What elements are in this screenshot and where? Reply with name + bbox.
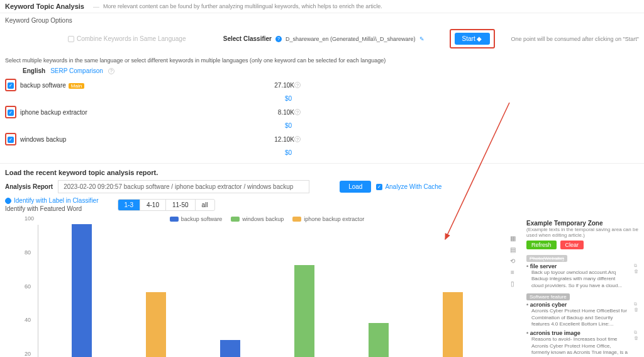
y-tick: 20 (25, 351, 31, 357)
refresh-button[interactable]: Refresh (526, 241, 557, 249)
chart-toolbar: ▦ ▤ ⟲ ≡ ▯ (509, 235, 516, 288)
legend-swatch (231, 217, 240, 222)
bar[interactable] (443, 292, 463, 357)
start-button[interactable]: Start ◆ (455, 33, 490, 45)
keyword-checkbox-highlight: ✓ (5, 106, 16, 118)
segment-1-3[interactable]: 1-3 (118, 200, 140, 210)
legend-item[interactable]: windows backup (231, 216, 284, 222)
radio-icon (5, 198, 11, 204)
temp-zone-subtitle: (Example texts in the temporal saving ar… (526, 227, 639, 238)
report-heading: Load the recent keyword topic analysis r… (5, 169, 639, 176)
bar-icon[interactable]: ▯ (509, 280, 516, 288)
temp-zone-title: Example Temporary Zone (526, 220, 639, 227)
delete-icon[interactable]: 🗑 (634, 269, 639, 274)
y-tick: 80 (25, 249, 31, 256)
help-icon[interactable]: ? (294, 136, 301, 142)
language-name: English (23, 67, 45, 74)
range-segments: 1-34-1011-50all (118, 199, 215, 211)
language-block: English SERP Comparison ? ✓ backup softw… (0, 67, 644, 158)
options-label: Keyword Group Options (5, 17, 639, 24)
bar[interactable] (220, 340, 240, 357)
edit-classifier-icon[interactable]: ✎ (419, 36, 425, 42)
keyword-row: ✓ backup softwareMain 27.10K ? (5, 77, 301, 93)
item-title[interactable]: acronis cyber (526, 302, 628, 308)
report-label: Analysis Report (5, 183, 53, 190)
keyword-checkbox[interactable]: ✓ (8, 137, 14, 143)
copy-icon[interactable]: ⧉ (634, 263, 639, 268)
page-header: Keyword Topic Analysis — More relevant c… (0, 0, 644, 13)
keyword-name: iphone backup extractor (20, 109, 257, 116)
bar-group (434, 292, 472, 357)
combine-keywords-checkbox[interactable]: Combine Keywords in Same Language (68, 35, 186, 42)
copy-icon[interactable]: ⧉ (634, 302, 639, 307)
report-section: Load the recent keyword topic analysis r… (0, 169, 644, 193)
segment-all[interactable]: all (196, 200, 214, 210)
y-tick: 40 (25, 317, 31, 323)
identify-label-classifier[interactable]: Identify with Label in Classifier (5, 197, 99, 204)
identify-featured-word[interactable]: Identify with Featured Word (5, 205, 99, 212)
keyword-volume: 8.10K (257, 109, 294, 116)
legend-item[interactable]: backup software (170, 216, 223, 222)
item-description: Reasons to avoid- Increases boot time Ac… (526, 336, 628, 357)
category-tag[interactable]: Software feature (526, 293, 570, 300)
start-highlight: Start ◆ (450, 29, 495, 48)
line-icon[interactable]: ≡ (509, 269, 516, 276)
classifier-value: D_shareware_en (Generated_Milla\\_D_shar… (286, 36, 416, 42)
data-view-icon[interactable]: ▤ (509, 246, 516, 254)
save-image-icon[interactable]: ▦ (509, 235, 516, 242)
keyword-row: ✓ iphone backup extractor 8.10K ? (5, 104, 301, 120)
clear-button[interactable]: Clear (560, 241, 584, 249)
temp-zone-item: acronis true image Reasons to avoid- Inc… (526, 330, 639, 357)
keyword-checkbox[interactable]: ✓ (8, 110, 14, 116)
help-icon[interactable]: ? (294, 82, 301, 88)
help-icon[interactable]: ? (294, 109, 301, 115)
bar[interactable] (72, 224, 92, 357)
bar-chart: 020406080100Software feedSoftware featur… (38, 225, 496, 357)
bar-group (63, 224, 101, 357)
restore-icon[interactable]: ⟲ (509, 258, 516, 265)
classifier-label: Select Classifier (223, 35, 272, 42)
load-button[interactable]: Load (340, 181, 371, 193)
keyword-name: windows backup (20, 136, 257, 143)
copy-icon[interactable]: ⧉ (634, 330, 639, 335)
keyword-volume: 27.10K (257, 82, 294, 89)
instruction-text: Select multiple keywords in the same lan… (0, 57, 644, 67)
segment-4-10[interactable]: 4-10 (140, 200, 166, 210)
y-tick: 60 (25, 283, 31, 290)
page-subtitle: More relevant content can be found by fu… (103, 3, 382, 9)
serp-comparison-link[interactable]: SERP Comparison (50, 67, 103, 74)
legend-item[interactable]: iphone backup extractor (292, 216, 364, 222)
report-select[interactable]: 2023-02-20 09:20:57 backup software / ip… (58, 180, 309, 193)
keyword-cost: $0 (285, 122, 292, 129)
bar-group (360, 323, 397, 357)
keyword-checkbox-highlight: ✓ (5, 133, 16, 145)
item-description: Acronis Cyber Protect Home OfficeBest fo… (526, 308, 628, 327)
bar[interactable] (369, 323, 389, 357)
checkbox-icon (68, 36, 74, 42)
keyword-row: ✓ windows backup 12.10K ? (5, 131, 301, 147)
delete-icon[interactable]: 🗑 (634, 307, 639, 312)
start-hint: One point will be consumed after clickin… (511, 36, 640, 42)
info-icon[interactable]: ? (275, 36, 282, 42)
analyze-cache-checkbox[interactable]: ✓ Analyze With Cache (376, 183, 441, 190)
item-title[interactable]: acronis true image (526, 330, 628, 336)
temp-zone-item: file server Back up toyour owncloud acco… (526, 263, 639, 289)
keyword-checkbox[interactable]: ✓ (8, 82, 14, 89)
options-section: Keyword Group Options Combine Keywords i… (0, 13, 644, 57)
y-tick: 100 (25, 215, 34, 222)
legend-swatch (170, 217, 179, 222)
keyword-name: backup softwareMain (20, 82, 257, 89)
help-icon[interactable]: ? (108, 68, 114, 74)
chart-legend: backup softwarewindows backupiphone back… (38, 216, 496, 222)
bar-group (137, 292, 175, 357)
delete-icon[interactable]: 🗑 (634, 336, 639, 341)
bar[interactable] (146, 292, 166, 357)
item-title[interactable]: file server (526, 263, 628, 269)
segment-11-50[interactable]: 11-50 (166, 200, 196, 210)
bar[interactable] (294, 265, 314, 357)
keyword-checkbox-highlight: ✓ (5, 79, 16, 91)
bar-group (286, 265, 323, 357)
category-tag[interactable]: Photo(Website) (526, 255, 567, 262)
chart-area: backup softwarewindows backupiphone back… (0, 216, 521, 357)
keyword-volume: 12.10K (257, 136, 294, 143)
